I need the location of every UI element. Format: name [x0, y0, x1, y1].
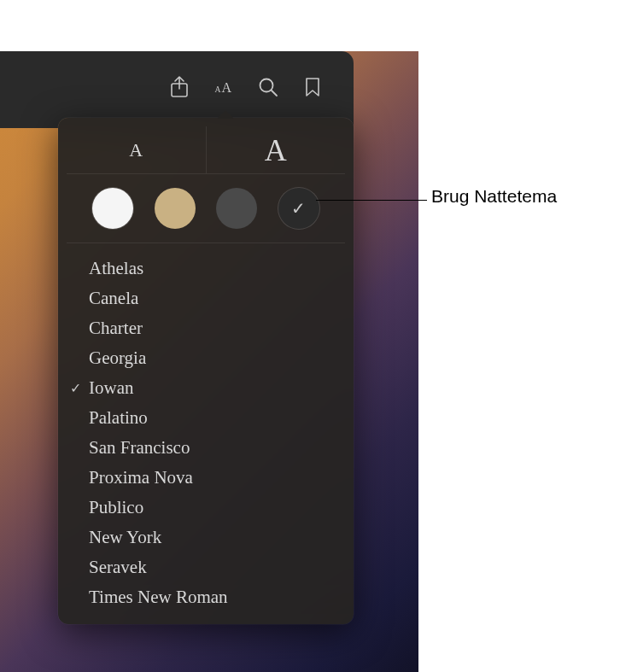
svg-text:A: A — [215, 85, 221, 94]
font-label: Palatino — [89, 407, 148, 429]
font-label: Canela — [89, 288, 138, 309]
callout-line — [316, 200, 427, 201]
font-item[interactable]: Seravek — [58, 552, 354, 582]
increase-font-button[interactable]: A — [207, 126, 346, 173]
theme-white[interactable] — [92, 188, 133, 229]
font-item[interactable]: Charter — [58, 313, 354, 343]
font-item[interactable]: Georgia — [58, 343, 354, 373]
svg-line-4 — [272, 91, 277, 96]
decrease-font-button[interactable]: A — [67, 126, 206, 173]
search-icon[interactable] — [258, 77, 278, 97]
font-label: Georgia — [89, 348, 146, 369]
font-label: Iowan — [89, 377, 133, 399]
theme-sepia[interactable] — [155, 188, 196, 229]
font-label: Charter — [89, 318, 143, 339]
theme-row: ✓ — [67, 174, 345, 243]
font-item[interactable]: ✓Iowan — [58, 373, 354, 403]
font-label: Proxima Nova — [89, 467, 193, 488]
popover-arrow — [217, 110, 234, 119]
share-icon[interactable] — [169, 77, 190, 97]
appearance-icon[interactable]: A A — [213, 77, 234, 97]
font-label: Athelas — [89, 258, 143, 279]
font-list: AthelasCanelaCharterGeorgia✓IowanPalatin… — [58, 243, 354, 612]
font-label: Times New Roman — [89, 587, 228, 608]
font-label: San Francisco — [89, 437, 190, 459]
font-item[interactable]: Times New Roman — [58, 582, 354, 612]
appearance-popover: A A ✓ AthelasCanelaCharterGeorgia✓IowanP… — [58, 118, 354, 624]
font-item[interactable]: Canela — [58, 283, 354, 313]
svg-point-3 — [260, 79, 273, 92]
svg-text:A: A — [222, 80, 232, 95]
font-item[interactable]: Palatino — [58, 403, 354, 433]
check-icon: ✓ — [70, 380, 89, 396]
font-label: Seravek — [89, 557, 147, 578]
check-icon: ✓ — [291, 198, 306, 219]
font-size-row: A A — [67, 126, 345, 174]
theme-gray[interactable] — [216, 188, 257, 229]
theme-night[interactable]: ✓ — [278, 188, 319, 229]
font-item[interactable]: New York — [58, 523, 354, 552]
bookmark-icon[interactable] — [302, 77, 323, 97]
font-label: New York — [89, 527, 161, 548]
toolbar: A A — [0, 67, 354, 108]
font-item[interactable]: San Francisco — [58, 433, 354, 463]
callout-label: Brug Nattetema — [431, 186, 557, 207]
font-item[interactable]: Proxima Nova — [58, 463, 354, 493]
font-item[interactable]: Publico — [58, 493, 354, 523]
font-label: Publico — [89, 497, 143, 518]
font-item[interactable]: Athelas — [58, 254, 354, 283]
